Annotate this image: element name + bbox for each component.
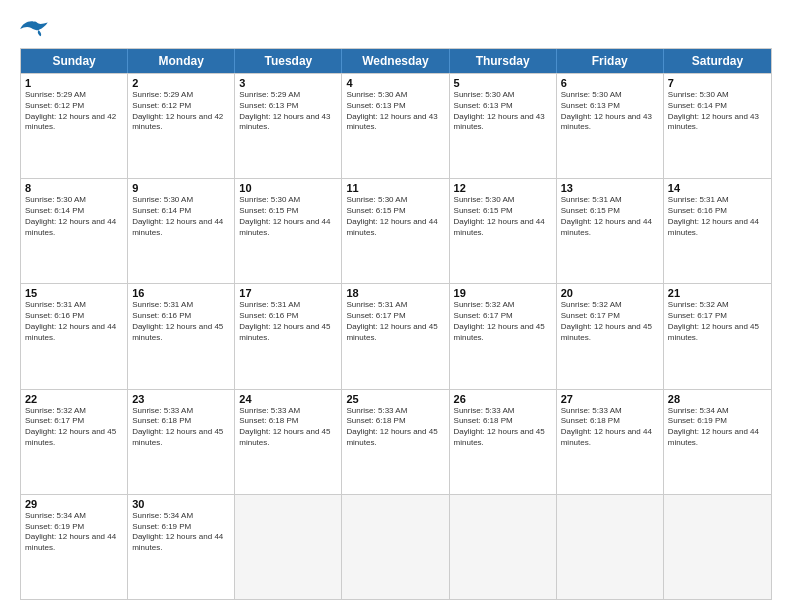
cell-sun-info: Sunrise: 5:31 AM Sunset: 6:16 PM Dayligh… — [132, 300, 230, 343]
day-number: 24 — [239, 393, 337, 405]
day-number: 26 — [454, 393, 552, 405]
day-number: 5 — [454, 77, 552, 89]
calendar-cell-day-23: 23Sunrise: 5:33 AM Sunset: 6:18 PM Dayli… — [128, 390, 235, 494]
day-number: 3 — [239, 77, 337, 89]
calendar: SundayMondayTuesdayWednesdayThursdayFrid… — [20, 48, 772, 600]
cell-sun-info: Sunrise: 5:31 AM Sunset: 6:15 PM Dayligh… — [561, 195, 659, 238]
cell-sun-info: Sunrise: 5:30 AM Sunset: 6:15 PM Dayligh… — [346, 195, 444, 238]
cell-sun-info: Sunrise: 5:32 AM Sunset: 6:17 PM Dayligh… — [454, 300, 552, 343]
calendar-cell-empty — [664, 495, 771, 599]
cell-sun-info: Sunrise: 5:30 AM Sunset: 6:13 PM Dayligh… — [454, 90, 552, 133]
cell-sun-info: Sunrise: 5:33 AM Sunset: 6:18 PM Dayligh… — [561, 406, 659, 449]
cell-sun-info: Sunrise: 5:32 AM Sunset: 6:17 PM Dayligh… — [561, 300, 659, 343]
day-number: 2 — [132, 77, 230, 89]
day-number: 18 — [346, 287, 444, 299]
calendar-cell-day-24: 24Sunrise: 5:33 AM Sunset: 6:18 PM Dayli… — [235, 390, 342, 494]
calendar-cell-day-27: 27Sunrise: 5:33 AM Sunset: 6:18 PM Dayli… — [557, 390, 664, 494]
calendar-cell-day-8: 8Sunrise: 5:30 AM Sunset: 6:14 PM Daylig… — [21, 179, 128, 283]
calendar-cell-day-16: 16Sunrise: 5:31 AM Sunset: 6:16 PM Dayli… — [128, 284, 235, 388]
calendar-cell-day-28: 28Sunrise: 5:34 AM Sunset: 6:19 PM Dayli… — [664, 390, 771, 494]
calendar-week-4: 22Sunrise: 5:32 AM Sunset: 6:17 PM Dayli… — [21, 389, 771, 494]
day-number: 28 — [668, 393, 767, 405]
calendar-cell-day-9: 9Sunrise: 5:30 AM Sunset: 6:14 PM Daylig… — [128, 179, 235, 283]
calendar-header: SundayMondayTuesdayWednesdayThursdayFrid… — [21, 49, 771, 73]
weekday-header-saturday: Saturday — [664, 49, 771, 73]
cell-sun-info: Sunrise: 5:30 AM Sunset: 6:13 PM Dayligh… — [346, 90, 444, 133]
day-number: 14 — [668, 182, 767, 194]
calendar-cell-day-4: 4Sunrise: 5:30 AM Sunset: 6:13 PM Daylig… — [342, 74, 449, 178]
day-number: 23 — [132, 393, 230, 405]
calendar-cell-day-5: 5Sunrise: 5:30 AM Sunset: 6:13 PM Daylig… — [450, 74, 557, 178]
weekday-header-friday: Friday — [557, 49, 664, 73]
calendar-cell-day-21: 21Sunrise: 5:32 AM Sunset: 6:17 PM Dayli… — [664, 284, 771, 388]
calendar-cell-day-10: 10Sunrise: 5:30 AM Sunset: 6:15 PM Dayli… — [235, 179, 342, 283]
calendar-cell-day-18: 18Sunrise: 5:31 AM Sunset: 6:17 PM Dayli… — [342, 284, 449, 388]
day-number: 27 — [561, 393, 659, 405]
calendar-cell-day-26: 26Sunrise: 5:33 AM Sunset: 6:18 PM Dayli… — [450, 390, 557, 494]
logo — [20, 18, 52, 40]
page: SundayMondayTuesdayWednesdayThursdayFrid… — [0, 0, 792, 612]
day-number: 11 — [346, 182, 444, 194]
cell-sun-info: Sunrise: 5:31 AM Sunset: 6:17 PM Dayligh… — [346, 300, 444, 343]
calendar-cell-day-29: 29Sunrise: 5:34 AM Sunset: 6:19 PM Dayli… — [21, 495, 128, 599]
calendar-cell-empty — [557, 495, 664, 599]
calendar-week-2: 8Sunrise: 5:30 AM Sunset: 6:14 PM Daylig… — [21, 178, 771, 283]
calendar-cell-day-25: 25Sunrise: 5:33 AM Sunset: 6:18 PM Dayli… — [342, 390, 449, 494]
day-number: 9 — [132, 182, 230, 194]
cell-sun-info: Sunrise: 5:30 AM Sunset: 6:14 PM Dayligh… — [668, 90, 767, 133]
cell-sun-info: Sunrise: 5:30 AM Sunset: 6:14 PM Dayligh… — [25, 195, 123, 238]
weekday-header-thursday: Thursday — [450, 49, 557, 73]
calendar-cell-day-7: 7Sunrise: 5:30 AM Sunset: 6:14 PM Daylig… — [664, 74, 771, 178]
day-number: 20 — [561, 287, 659, 299]
day-number: 4 — [346, 77, 444, 89]
cell-sun-info: Sunrise: 5:33 AM Sunset: 6:18 PM Dayligh… — [239, 406, 337, 449]
cell-sun-info: Sunrise: 5:31 AM Sunset: 6:16 PM Dayligh… — [668, 195, 767, 238]
day-number: 7 — [668, 77, 767, 89]
day-number: 17 — [239, 287, 337, 299]
cell-sun-info: Sunrise: 5:32 AM Sunset: 6:17 PM Dayligh… — [25, 406, 123, 449]
cell-sun-info: Sunrise: 5:31 AM Sunset: 6:16 PM Dayligh… — [25, 300, 123, 343]
calendar-cell-day-14: 14Sunrise: 5:31 AM Sunset: 6:16 PM Dayli… — [664, 179, 771, 283]
cell-sun-info: Sunrise: 5:30 AM Sunset: 6:15 PM Dayligh… — [454, 195, 552, 238]
calendar-cell-day-15: 15Sunrise: 5:31 AM Sunset: 6:16 PM Dayli… — [21, 284, 128, 388]
calendar-body: 1Sunrise: 5:29 AM Sunset: 6:12 PM Daylig… — [21, 73, 771, 599]
cell-sun-info: Sunrise: 5:29 AM Sunset: 6:12 PM Dayligh… — [132, 90, 230, 133]
weekday-header-tuesday: Tuesday — [235, 49, 342, 73]
cell-sun-info: Sunrise: 5:29 AM Sunset: 6:13 PM Dayligh… — [239, 90, 337, 133]
cell-sun-info: Sunrise: 5:34 AM Sunset: 6:19 PM Dayligh… — [25, 511, 123, 554]
cell-sun-info: Sunrise: 5:31 AM Sunset: 6:16 PM Dayligh… — [239, 300, 337, 343]
day-number: 22 — [25, 393, 123, 405]
calendar-cell-day-1: 1Sunrise: 5:29 AM Sunset: 6:12 PM Daylig… — [21, 74, 128, 178]
calendar-cell-day-12: 12Sunrise: 5:30 AM Sunset: 6:15 PM Dayli… — [450, 179, 557, 283]
calendar-cell-empty — [235, 495, 342, 599]
day-number: 10 — [239, 182, 337, 194]
cell-sun-info: Sunrise: 5:29 AM Sunset: 6:12 PM Dayligh… — [25, 90, 123, 133]
calendar-cell-day-6: 6Sunrise: 5:30 AM Sunset: 6:13 PM Daylig… — [557, 74, 664, 178]
calendar-cell-day-13: 13Sunrise: 5:31 AM Sunset: 6:15 PM Dayli… — [557, 179, 664, 283]
day-number: 16 — [132, 287, 230, 299]
day-number: 1 — [25, 77, 123, 89]
cell-sun-info: Sunrise: 5:33 AM Sunset: 6:18 PM Dayligh… — [132, 406, 230, 449]
weekday-header-sunday: Sunday — [21, 49, 128, 73]
calendar-cell-day-3: 3Sunrise: 5:29 AM Sunset: 6:13 PM Daylig… — [235, 74, 342, 178]
weekday-header-wednesday: Wednesday — [342, 49, 449, 73]
cell-sun-info: Sunrise: 5:33 AM Sunset: 6:18 PM Dayligh… — [346, 406, 444, 449]
calendar-cell-empty — [450, 495, 557, 599]
day-number: 6 — [561, 77, 659, 89]
calendar-cell-day-17: 17Sunrise: 5:31 AM Sunset: 6:16 PM Dayli… — [235, 284, 342, 388]
cell-sun-info: Sunrise: 5:30 AM Sunset: 6:14 PM Dayligh… — [132, 195, 230, 238]
calendar-week-5: 29Sunrise: 5:34 AM Sunset: 6:19 PM Dayli… — [21, 494, 771, 599]
day-number: 8 — [25, 182, 123, 194]
calendar-cell-day-30: 30Sunrise: 5:34 AM Sunset: 6:19 PM Dayli… — [128, 495, 235, 599]
cell-sun-info: Sunrise: 5:34 AM Sunset: 6:19 PM Dayligh… — [668, 406, 767, 449]
cell-sun-info: Sunrise: 5:30 AM Sunset: 6:15 PM Dayligh… — [239, 195, 337, 238]
day-number: 21 — [668, 287, 767, 299]
calendar-cell-day-22: 22Sunrise: 5:32 AM Sunset: 6:17 PM Dayli… — [21, 390, 128, 494]
calendar-week-1: 1Sunrise: 5:29 AM Sunset: 6:12 PM Daylig… — [21, 73, 771, 178]
calendar-cell-day-11: 11Sunrise: 5:30 AM Sunset: 6:15 PM Dayli… — [342, 179, 449, 283]
calendar-cell-day-19: 19Sunrise: 5:32 AM Sunset: 6:17 PM Dayli… — [450, 284, 557, 388]
day-number: 25 — [346, 393, 444, 405]
day-number: 15 — [25, 287, 123, 299]
calendar-week-3: 15Sunrise: 5:31 AM Sunset: 6:16 PM Dayli… — [21, 283, 771, 388]
header — [20, 18, 772, 40]
